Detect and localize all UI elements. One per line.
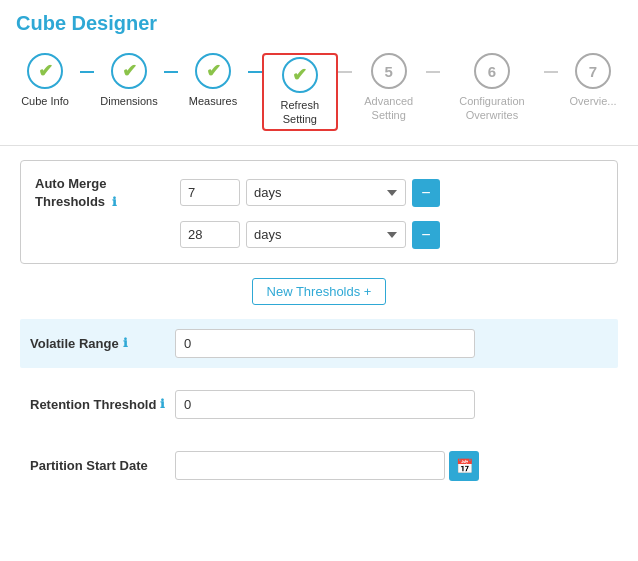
retention-threshold-label: Retention Threshold ℹ (30, 397, 175, 412)
check-icon-dimensions: ✔ (122, 60, 137, 82)
wizard: ✔ Cube Info ✔ Dimensions ✔ Measures ✔ Re… (0, 43, 638, 146)
retention-threshold-section: Retention Threshold ℹ (20, 380, 618, 429)
wizard-step-refresh-setting[interactable]: ✔ Refresh Setting (262, 53, 338, 131)
active-step-box: ✔ Refresh Setting (262, 53, 338, 131)
wizard-step-config-overwrites[interactable]: 6 Configuration Overwrites (440, 53, 544, 123)
step-number-config: 6 (488, 63, 496, 80)
connector-6 (544, 71, 558, 73)
volatile-range-row: Volatile Range ℹ (30, 329, 608, 358)
volatile-range-input[interactable] (175, 329, 475, 358)
step-label-measures: Measures (189, 94, 237, 108)
connector-5 (426, 71, 440, 73)
step-number-overview: 7 (589, 63, 597, 80)
step-circle-measures: ✔ (195, 53, 231, 89)
auto-merge-inputs-1: days weeks months − (180, 179, 440, 207)
partition-start-date-section: Partition Start Date 📅 (20, 441, 618, 491)
auto-merge-row-1: Auto Merge Thresholds ℹ days weeks month… (35, 175, 603, 211)
page-title: Cube Designer (0, 0, 638, 43)
auto-merge-info-icon[interactable]: ℹ (112, 195, 117, 209)
partition-start-date-label: Partition Start Date (30, 458, 175, 473)
retention-threshold-info-icon[interactable]: ℹ (160, 397, 165, 411)
auto-merge-remove-1[interactable]: − (412, 179, 440, 207)
connector-4 (338, 71, 352, 73)
retention-threshold-input[interactable] (175, 390, 475, 419)
step-circle-refresh-setting: ✔ (282, 57, 318, 93)
calendar-button[interactable]: 📅 (449, 451, 479, 481)
check-icon-refresh-setting: ✔ (292, 64, 307, 86)
check-icon-measures: ✔ (206, 60, 221, 82)
step-circle-config: 6 (474, 53, 510, 89)
connector-2 (164, 71, 178, 73)
step-label-cube-info: Cube Info (21, 94, 69, 108)
step-label-config: Configuration Overwrites (440, 94, 544, 123)
step-label-refresh-setting: Refresh Setting (268, 98, 332, 127)
volatile-range-info-icon[interactable]: ℹ (123, 336, 128, 350)
step-circle-advanced-setting: 5 (371, 53, 407, 89)
step-label-advanced-setting: Advanced Setting (352, 94, 426, 123)
auto-merge-remove-2[interactable]: − (412, 221, 440, 249)
wizard-step-dimensions[interactable]: ✔ Dimensions (94, 53, 164, 108)
auto-merge-inputs-2: days weeks months − (180, 221, 440, 249)
retention-threshold-row: Retention Threshold ℹ (30, 390, 608, 419)
auto-merge-unit-2[interactable]: days weeks months (246, 221, 406, 248)
volatile-range-section: Volatile Range ℹ (20, 319, 618, 368)
connector-3 (248, 71, 262, 73)
partition-start-date-row: Partition Start Date 📅 (30, 451, 608, 481)
auto-merge-value-1[interactable] (180, 179, 240, 206)
wizard-step-overview[interactable]: 7 Overvie... (558, 53, 628, 108)
connector-1 (80, 71, 94, 73)
step-circle-overview: 7 (575, 53, 611, 89)
auto-merge-label: Auto Merge Thresholds ℹ (35, 175, 180, 211)
step-circle-dimensions: ✔ (111, 53, 147, 89)
new-thresholds-button[interactable]: New Thresholds + (252, 278, 387, 305)
partition-start-date-input[interactable] (175, 451, 445, 480)
date-input-wrap: 📅 (175, 451, 479, 481)
wizard-step-measures[interactable]: ✔ Measures (178, 53, 248, 108)
step-number-advanced: 5 (385, 63, 393, 80)
auto-merge-row-2: days weeks months − (35, 221, 603, 249)
main-content: Auto Merge Thresholds ℹ days weeks month… (0, 146, 638, 517)
check-icon-cube-info: ✔ (38, 60, 53, 82)
step-circle-cube-info: ✔ (27, 53, 63, 89)
volatile-range-label: Volatile Range ℹ (30, 336, 175, 351)
wizard-step-cube-info[interactable]: ✔ Cube Info (10, 53, 80, 108)
calendar-icon: 📅 (456, 458, 473, 474)
auto-merge-section: Auto Merge Thresholds ℹ days weeks month… (20, 160, 618, 264)
wizard-step-advanced-setting[interactable]: 5 Advanced Setting (352, 53, 426, 123)
auto-merge-value-2[interactable] (180, 221, 240, 248)
auto-merge-unit-1[interactable]: days weeks months (246, 179, 406, 206)
step-label-overview: Overvie... (569, 94, 616, 108)
step-label-dimensions: Dimensions (100, 94, 157, 108)
